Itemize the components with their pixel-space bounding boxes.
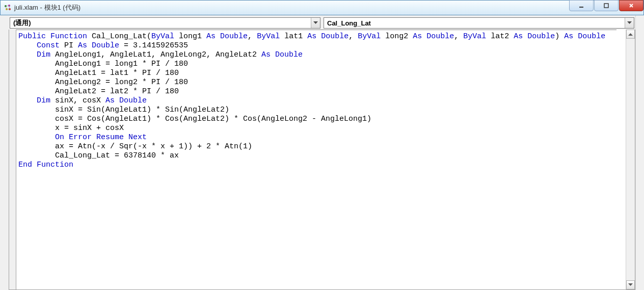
svg-rect-8	[579, 7, 583, 8]
right-margin	[635, 15, 644, 290]
code-text[interactable]: Public Function Cal_Long_Lat(ByVal long1…	[16, 30, 626, 170]
code-pane[interactable]: Public Function Cal_Long_Lat(ByVal long1…	[16, 30, 626, 289]
window-title: juli.xlam - 模块1 (代码)	[14, 3, 81, 12]
svg-rect-9	[604, 4, 608, 8]
window-controls	[569, 0, 643, 11]
app-icon	[4, 4, 12, 12]
margin-indicator-bar[interactable]	[9, 30, 16, 289]
object-dropdown[interactable]: (通用)	[10, 17, 320, 29]
maximize-button[interactable]	[594, 0, 619, 11]
procedure-dropdown-value: Cal_Long_Lat	[324, 19, 625, 27]
chevron-down-icon	[311, 18, 320, 28]
procedure-separator	[16, 30, 616, 30]
procedure-dropdown[interactable]: Cal_Long_Lat	[324, 17, 634, 29]
object-procedure-bar: (通用) Cal_Long_Lat	[0, 15, 644, 30]
minimize-button[interactable]	[569, 0, 594, 11]
object-dropdown-value: (通用)	[10, 18, 311, 28]
chevron-down-icon	[625, 18, 634, 28]
titlebar[interactable]: juli.xlam - 模块1 (代码)	[0, 0, 644, 15]
vertical-scrollbar[interactable]	[626, 30, 635, 289]
code-editor: Public Function Cal_Long_Lat(ByVal long1…	[9, 30, 635, 290]
scroll-up-button[interactable]	[626, 30, 635, 39]
scroll-down-button[interactable]	[626, 280, 635, 289]
close-button[interactable]	[619, 0, 643, 11]
left-margin	[0, 15, 9, 290]
